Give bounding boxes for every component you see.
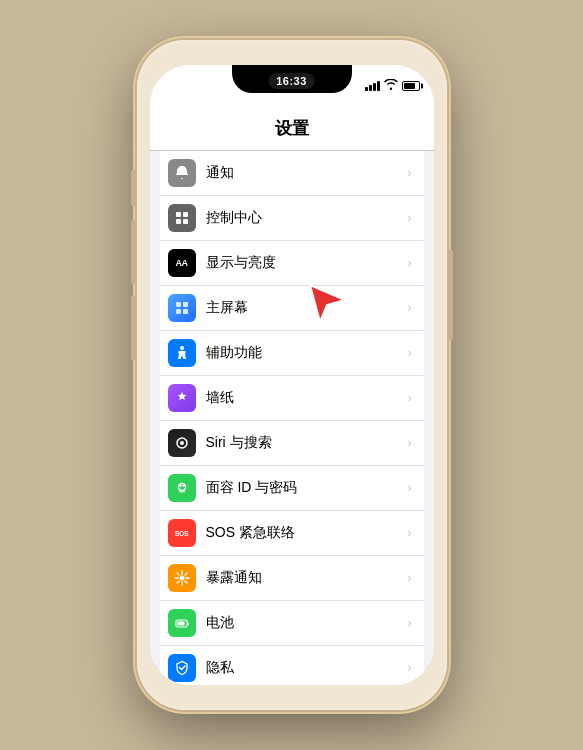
chevron-icon: › bbox=[408, 391, 412, 405]
list-item[interactable]: SOS SOS 紧急联络 › bbox=[160, 511, 424, 556]
status-icons bbox=[365, 79, 420, 92]
svg-rect-7 bbox=[183, 309, 188, 314]
svg-rect-25 bbox=[177, 622, 184, 626]
status-time: 16:33 bbox=[268, 73, 315, 89]
item-label: 暴露通知 bbox=[206, 569, 404, 587]
list-item[interactable]: 墙纸 › bbox=[160, 376, 424, 421]
display-icon: AA bbox=[168, 249, 196, 277]
page-title: 设置 bbox=[150, 117, 434, 140]
list-item[interactable]: 隐私 › bbox=[160, 646, 424, 685]
chevron-icon: › bbox=[408, 526, 412, 540]
list-item[interactable]: 面容 ID 与密码 › bbox=[160, 466, 424, 511]
item-label: 通知 bbox=[206, 164, 404, 182]
siri-icon bbox=[168, 429, 196, 457]
privacy-icon bbox=[168, 654, 196, 682]
homescreen-icon bbox=[168, 294, 196, 322]
chevron-icon: › bbox=[408, 436, 412, 450]
side-button-silent bbox=[131, 170, 135, 206]
svg-line-22 bbox=[177, 581, 179, 583]
item-label: 电池 bbox=[206, 614, 404, 632]
battery-icon bbox=[402, 81, 420, 91]
svg-point-10 bbox=[180, 441, 184, 445]
list-item[interactable]: 电池 › bbox=[160, 601, 424, 646]
list-item[interactable]: AA 显示与亮度 › bbox=[160, 241, 424, 286]
svg-point-12 bbox=[179, 485, 181, 487]
item-label: 控制中心 bbox=[206, 209, 404, 227]
chevron-icon: › bbox=[408, 481, 412, 495]
page-title-bar: 设置 bbox=[150, 109, 434, 151]
status-bar: 16:33 bbox=[150, 65, 434, 109]
wifi-icon bbox=[384, 79, 398, 92]
item-label: 隐私 bbox=[206, 659, 404, 677]
svg-rect-2 bbox=[176, 219, 181, 224]
chevron-icon: › bbox=[408, 616, 412, 630]
notch: 16:33 bbox=[232, 65, 352, 93]
svg-rect-24 bbox=[187, 623, 189, 626]
exposure-icon bbox=[168, 564, 196, 592]
control-center-icon bbox=[168, 204, 196, 232]
svg-point-11 bbox=[178, 484, 185, 491]
item-label: 主屏幕 bbox=[206, 299, 404, 317]
svg-line-19 bbox=[177, 573, 179, 575]
phone-screen: 16:33 bbox=[150, 65, 434, 685]
svg-line-20 bbox=[184, 581, 186, 583]
side-button-vol-up bbox=[131, 220, 135, 284]
svg-rect-3 bbox=[183, 219, 188, 224]
wallpaper-icon bbox=[168, 384, 196, 412]
phone-frame: 16:33 bbox=[137, 40, 447, 710]
svg-rect-6 bbox=[176, 309, 181, 314]
item-label: 显示与亮度 bbox=[206, 254, 404, 272]
item-label: 面容 ID 与密码 bbox=[206, 479, 404, 497]
signal-icon bbox=[365, 81, 380, 91]
screen-content: 设置 通知 › bbox=[150, 109, 434, 685]
svg-rect-5 bbox=[183, 302, 188, 307]
svg-point-14 bbox=[179, 576, 184, 581]
svg-rect-4 bbox=[176, 302, 181, 307]
side-button-vol-down bbox=[131, 296, 135, 360]
item-label: SOS 紧急联络 bbox=[206, 524, 404, 542]
list-item[interactable]: 暴露通知 › bbox=[160, 556, 424, 601]
chevron-icon: › bbox=[408, 661, 412, 675]
faceid-icon bbox=[168, 474, 196, 502]
item-label: Siri 与搜索 bbox=[206, 434, 404, 452]
svg-point-13 bbox=[182, 485, 184, 487]
chevron-icon: › bbox=[408, 166, 412, 180]
svg-line-21 bbox=[184, 573, 186, 575]
side-button-power bbox=[449, 250, 453, 340]
item-label: 墙纸 bbox=[206, 389, 404, 407]
battery-icon-item bbox=[168, 609, 196, 637]
svg-rect-0 bbox=[176, 212, 181, 217]
settings-group-1: 通知 › 控制中心 › bbox=[160, 151, 424, 685]
chevron-icon: › bbox=[408, 571, 412, 585]
svg-rect-1 bbox=[183, 212, 188, 217]
sos-icon: SOS bbox=[168, 519, 196, 547]
list-item[interactable]: Siri 与搜索 › bbox=[160, 421, 424, 466]
item-label: 辅助功能 bbox=[206, 344, 404, 362]
notification-icon bbox=[168, 159, 196, 187]
chevron-icon: › bbox=[408, 301, 412, 315]
chevron-icon: › bbox=[408, 346, 412, 360]
list-item[interactable]: 主屏幕 › bbox=[160, 286, 424, 331]
svg-point-8 bbox=[180, 346, 184, 350]
list-item[interactable]: 辅助功能 › bbox=[160, 331, 424, 376]
list-item[interactable]: 通知 › bbox=[160, 151, 424, 196]
list-item[interactable]: 控制中心 › bbox=[160, 196, 424, 241]
chevron-icon: › bbox=[408, 256, 412, 270]
settings-list[interactable]: 通知 › 控制中心 › bbox=[150, 151, 434, 685]
accessibility-icon bbox=[168, 339, 196, 367]
chevron-icon: › bbox=[408, 211, 412, 225]
